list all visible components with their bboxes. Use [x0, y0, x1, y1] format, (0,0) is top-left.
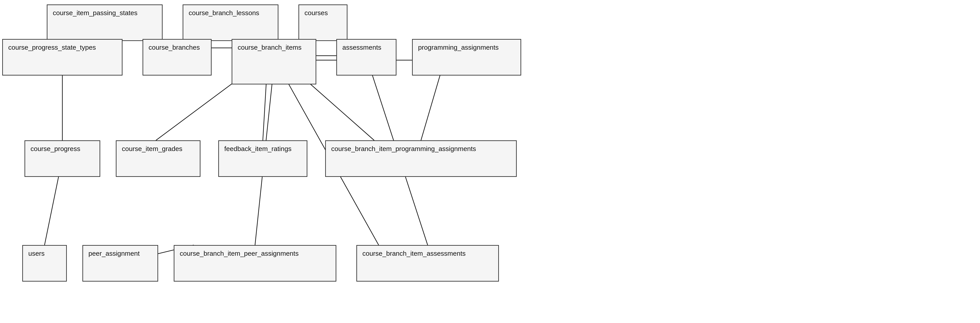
table-body-course_branches	[148, 53, 205, 71]
table-label-course_item_passing_states: course_item_passing_states	[53, 9, 137, 17]
table-feedback_item_ratings[interactable]: feedback_item_ratings	[218, 140, 307, 177]
table-course_branches[interactable]: course_branches	[143, 39, 212, 75]
table-body-course_branch_lessons	[189, 19, 272, 36]
table-label-course_progress: course_progress	[30, 145, 80, 153]
table-course_branch_item_peer_assignments[interactable]: course_branch_item_peer_assignments	[174, 245, 336, 282]
table-body-course_progress_state_types	[8, 53, 116, 71]
table-course_progress[interactable]: course_progress	[24, 140, 100, 177]
table-body-courses	[304, 19, 342, 36]
table-body-assessments	[342, 53, 390, 71]
table-label-course_item_grades: course_item_grades	[122, 145, 182, 153]
table-label-course_branch_item_peer_assignments: course_branch_item_peer_assignments	[180, 250, 299, 257]
table-course_branch_items[interactable]: course_branch_items	[232, 39, 316, 84]
table-assessments[interactable]: assessments	[336, 39, 396, 75]
table-body-peer_assignment	[88, 259, 152, 277]
table-body-users	[28, 259, 61, 277]
table-courses[interactable]: courses	[299, 5, 347, 41]
table-label-feedback_item_ratings: feedback_item_ratings	[224, 145, 291, 153]
table-body-course_branch_item_peer_assignments	[180, 259, 330, 277]
table-course_item_grades[interactable]: course_item_grades	[116, 140, 200, 177]
table-course_branch_item_assessments[interactable]: course_branch_item_assessments	[356, 245, 499, 282]
table-label-programming_assignments: programming_assignments	[418, 44, 499, 51]
table-programming_assignments[interactable]: programming_assignments	[412, 39, 521, 75]
diagram-container: course_item_passing_statescourse_branch_…	[0, 0, 980, 323]
table-label-course_branch_item_programming_assignments: course_branch_item_programming_assignmen…	[331, 145, 476, 153]
table-label-course_branch_items: course_branch_items	[238, 44, 302, 51]
table-label-peer_assignment: peer_assignment	[88, 250, 140, 257]
table-label-course_progress_state_types: course_progress_state_types	[8, 44, 96, 51]
table-body-course_branch_item_assessments	[363, 259, 493, 277]
table-course_branch_lessons[interactable]: course_branch_lessons	[183, 5, 278, 41]
table-body-programming_assignments	[418, 53, 515, 71]
table-course_item_passing_states[interactable]: course_item_passing_states	[47, 5, 162, 41]
table-label-users: users	[28, 250, 45, 257]
table-body-course_branch_items	[238, 53, 310, 80]
table-users[interactable]: users	[22, 245, 67, 282]
table-course_progress_state_types[interactable]: course_progress_state_types	[2, 39, 123, 75]
table-label-course_branch_lessons: course_branch_lessons	[189, 9, 259, 17]
table-body-course_item_passing_states	[53, 19, 157, 36]
table-peer_assignment[interactable]: peer_assignment	[83, 245, 158, 282]
table-label-assessments: assessments	[342, 44, 381, 51]
table-label-course_branches: course_branches	[148, 44, 200, 51]
table-course_branch_item_programming_assignments[interactable]: course_branch_item_programming_assignmen…	[325, 140, 517, 177]
table-body-course_branch_item_programming_assignments	[331, 154, 511, 172]
table-body-course_item_grades	[122, 154, 194, 172]
table-label-courses: courses	[304, 9, 328, 17]
table-label-course_branch_item_assessments: course_branch_item_assessments	[363, 250, 466, 257]
table-body-course_progress	[30, 154, 94, 172]
table-body-feedback_item_ratings	[224, 154, 301, 172]
